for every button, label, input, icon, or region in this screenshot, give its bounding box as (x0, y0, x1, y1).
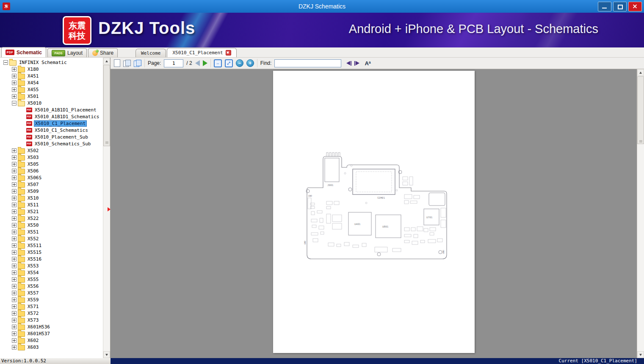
tree-item-x506s[interactable]: X506S (0, 174, 103, 181)
tree-item-x603[interactable]: X603 (0, 344, 103, 350)
tree-item-label[interactable]: X454 (27, 80, 40, 86)
tree-item-x557[interactable]: X557 (0, 289, 103, 296)
tree-item-label[interactable]: X505 (27, 161, 40, 167)
tree-item-label[interactable]: X5515 (27, 250, 42, 255)
tree-expand-icon[interactable] (12, 318, 17, 322)
tree-expand-icon[interactable] (12, 230, 17, 234)
tree-expand-icon[interactable] (3, 60, 8, 65)
page-input[interactable] (164, 59, 183, 67)
tree-item-label[interactable]: X511 (27, 202, 40, 208)
tree-item-x5010-c1-schematics[interactable]: PDF X5010_C1_Schematics (0, 127, 103, 133)
tree-item-x509[interactable]: X509 (0, 188, 103, 195)
tree-item-x602[interactable]: X602 (0, 337, 103, 344)
tree-item-label[interactable]: X5511 (27, 243, 42, 248)
match-case-icon[interactable]: Aª (365, 60, 370, 67)
tree-expand-icon[interactable] (12, 155, 17, 160)
tree-item-x553[interactable]: X553 (0, 262, 103, 269)
tree-item-label[interactable]: X451 (27, 73, 40, 79)
tree-item-x510[interactable]: X510 (0, 195, 103, 201)
tree-item-label[interactable]: X507 (27, 182, 40, 187)
tree-item-label[interactable]: X573 (27, 317, 40, 323)
tree-item-label[interactable]: X5010_A1B1D1_Schematics (34, 114, 100, 119)
tree-item-x550[interactable]: X550 (0, 222, 103, 228)
tree-item-x501[interactable]: X501 (0, 93, 103, 100)
tree-item-label[interactable]: X556 (27, 283, 40, 289)
tree-item-x502[interactable]: X502 (0, 147, 103, 154)
tree-item-x601h537[interactable]: X601H537 (0, 330, 103, 337)
tree-scrollbar-thumb[interactable] (103, 65, 110, 146)
tree-item-x556[interactable]: X556 (0, 283, 103, 289)
tree-item-x5010-c1-placement[interactable]: PDF X5010_C1_Placement (0, 120, 103, 127)
tree-item-x559[interactable]: X559 (0, 296, 103, 303)
next-page-icon[interactable] (203, 60, 207, 66)
tree-expand-icon[interactable] (12, 87, 17, 92)
tree-item-label[interactable]: X5010_A1B1D1_Placement (34, 107, 97, 113)
tree-item-label[interactable]: X5010_Schematics_Sub (34, 141, 91, 147)
tree-item-label[interactable]: INFINIX Schematic (18, 60, 68, 65)
zoom-in-icon[interactable]: + (246, 59, 254, 67)
tree-item-label[interactable]: X602 (27, 338, 40, 343)
tree-item-label[interactable]: X180 (27, 67, 40, 72)
tree-expand-icon[interactable] (12, 189, 17, 194)
find-next-icon[interactable] (354, 61, 362, 66)
tree-expand-icon[interactable] (12, 291, 17, 295)
tree-expand-icon[interactable] (12, 311, 17, 316)
tree-item-label[interactable]: X553 (27, 263, 40, 269)
tree-item-x554[interactable]: X554 (0, 269, 103, 276)
tree-expand-icon[interactable] (12, 264, 17, 268)
tree-item-label[interactable]: X551 (27, 229, 40, 235)
tree-item-x5010-schematics-sub[interactable]: PDF X5010_Schematics_Sub (0, 140, 103, 147)
tree-item-x521[interactable]: X521 (0, 208, 103, 215)
tree-expand-icon[interactable] (12, 250, 17, 255)
tree-item-x511[interactable]: X511 (0, 201, 103, 208)
snapshot-icon[interactable] (134, 60, 141, 67)
tree-item-x5010-a1b1d1-schematics[interactable]: PDF X5010_A1B1D1_Schematics (0, 113, 103, 120)
viewer-scrollbar[interactable] (637, 69, 644, 358)
single-page-icon[interactable] (114, 59, 120, 67)
tree-item-x180[interactable]: X180 (0, 66, 103, 72)
tree-item-x555[interactable]: X555 (0, 276, 103, 283)
tree-item-x551[interactable]: X551 (0, 228, 103, 235)
close-button[interactable] (628, 2, 642, 11)
doc-tab-placement[interactable]: X5010_C1_Placement (167, 48, 236, 57)
tree-item-label[interactable]: X501 (27, 94, 40, 99)
tree-item-x571[interactable]: X571 (0, 303, 103, 310)
tree-item-label[interactable]: X5010_C1_Schematics (34, 128, 89, 133)
tree-item-x572[interactable]: X572 (0, 310, 103, 317)
tree-item-infinix-schematic[interactable]: INFINIX Schematic (0, 59, 103, 66)
tree-item-label[interactable]: X572 (27, 311, 40, 316)
tree-item-label[interactable]: X559 (27, 297, 40, 303)
panel-splitter-arrow[interactable] (108, 207, 111, 211)
scroll-down-icon[interactable] (103, 351, 110, 358)
tree-expand-icon[interactable] (12, 216, 17, 221)
tree-expand-icon[interactable] (12, 209, 17, 214)
tree-item-x506[interactable]: X506 (0, 167, 103, 174)
tree-item-label[interactable]: X455 (27, 87, 40, 92)
scroll-up-icon[interactable] (103, 58, 110, 64)
tree-expand-icon[interactable] (12, 304, 17, 309)
tree-expand-icon[interactable] (12, 94, 17, 99)
tree-item-x522[interactable]: X522 (0, 215, 103, 222)
tree-item-label[interactable]: X510 (27, 195, 40, 201)
tree-item-label[interactable]: X5010_Placement_Sub (34, 134, 89, 140)
tree-item-x5515[interactable]: X5515 (0, 249, 103, 256)
tree-expand-icon[interactable] (12, 74, 17, 78)
facing-pages-icon[interactable] (123, 60, 131, 67)
tab-layout[interactable]: PADS Layout (47, 48, 87, 57)
tree-expand-icon[interactable] (12, 325, 17, 329)
tree-expand-icon[interactable] (12, 196, 17, 200)
tree-item-label[interactable]: X5010_C1_Placement (34, 120, 87, 127)
tree-item-label[interactable]: X557 (27, 290, 40, 296)
tree-item-x451[interactable]: X451 (0, 72, 103, 79)
document-viewer[interactable]: J901 SIM01 U401 U801 U701 GND GND GND (111, 69, 637, 358)
tab-close-icon[interactable] (226, 50, 231, 56)
tree-view[interactable]: INFINIX Schematic X180 X451 X454 X455 X5 (0, 59, 103, 358)
tree-item-label[interactable]: X503 (27, 155, 40, 160)
viewer-scroll-down-icon[interactable] (637, 351, 644, 358)
tree-expand-icon[interactable] (12, 277, 17, 282)
tree-item-label[interactable]: X506 (27, 168, 40, 174)
tree-item-label[interactable]: X522 (27, 216, 40, 221)
tree-item-x573[interactable]: X573 (0, 317, 103, 323)
doc-tab-welcome[interactable]: Welcome (135, 49, 166, 57)
tree-item-label[interactable]: X555 (27, 277, 40, 282)
